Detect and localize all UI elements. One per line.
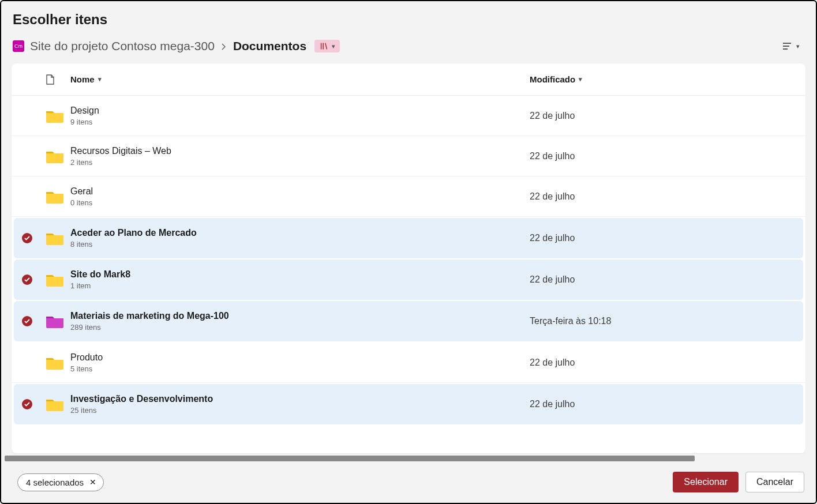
column-modified-label: Modificado <box>530 74 575 84</box>
item-name: Produto <box>70 352 530 363</box>
item-subtext: 2 itens <box>70 158 530 167</box>
selection-count-text: 4 selecionados <box>26 477 84 487</box>
list-view-icon <box>781 40 793 52</box>
folder-icon <box>45 313 70 329</box>
folder-icon <box>45 396 70 412</box>
table-row[interactable]: Materiais de marketing do Mega-100289 it… <box>14 301 803 341</box>
item-subtext: 5 itens <box>70 364 530 373</box>
item-modified: 22 de julho <box>530 151 795 161</box>
table-row[interactable]: Site do Mark81 item22 de julho <box>14 259 803 300</box>
item-modified: 22 de julho <box>530 233 795 243</box>
item-name: Geral <box>70 186 530 197</box>
breadcrumb: Cm Site do projeto Contoso mega-300 Docu… <box>13 39 340 53</box>
view-options-button[interactable]: ▾ <box>777 37 804 55</box>
item-modified: 22 de julho <box>530 274 795 285</box>
row-select-toggle[interactable] <box>22 399 45 409</box>
horizontal-scrollbar[interactable] <box>5 456 695 461</box>
item-subtext: 1 item <box>70 281 530 290</box>
item-name: Aceder ao Plano de Mercado <box>70 228 530 238</box>
row-select-toggle[interactable] <box>22 233 45 243</box>
chevron-down-icon: ▾ <box>796 43 800 50</box>
item-name: Site do Mark8 <box>70 269 530 280</box>
chevron-right-icon <box>220 39 227 53</box>
column-header-row: Nome ▾ Modificado ▾ <box>12 63 805 96</box>
dialog-actions: Selecionar Cancelar <box>673 472 804 492</box>
dialog-frame: Escolher itens Cm Site do projeto Contos… <box>0 0 817 504</box>
item-subtext: 9 itens <box>70 118 530 126</box>
row-select-toggle[interactable] <box>22 316 45 326</box>
column-name-header[interactable]: Nome ▾ <box>70 74 530 84</box>
table-row[interactable]: Geral0 itens22 de julho <box>12 176 805 217</box>
breadcrumb-row: Cm Site do projeto Contoso mega-300 Docu… <box>1 31 816 63</box>
dialog-header: Escolher itens <box>1 1 816 31</box>
row-name-cell: Aceder ao Plano de Mercado8 itens <box>70 228 530 249</box>
item-subtext: 289 itens <box>70 323 530 332</box>
select-button[interactable]: Selecionar <box>673 472 739 492</box>
item-modified: 22 de julho <box>530 191 795 202</box>
cancel-button[interactable]: Cancelar <box>745 472 804 492</box>
item-subtext: 8 itens <box>70 240 530 249</box>
table-row[interactable]: Produto5 itens22 de julho <box>12 343 805 383</box>
item-subtext: 0 itens <box>70 198 530 207</box>
breadcrumb-site[interactable]: Site do projeto Contoso mega-300 <box>30 39 215 53</box>
item-modified: 22 de julho <box>530 358 795 368</box>
checkmark-icon <box>22 316 32 326</box>
column-name-label: Nome <box>70 74 95 84</box>
checkmark-icon <box>22 233 32 243</box>
folder-icon <box>45 272 70 288</box>
folder-icon <box>45 355 70 371</box>
table-row[interactable]: Recursos Digitais – Web2 itens22 de julh… <box>12 136 805 176</box>
row-name-cell: Produto5 itens <box>70 352 530 373</box>
item-modified: Terça-feira às 10:18 <box>530 316 795 326</box>
svg-line-2 <box>325 43 327 50</box>
site-badge-icon: Cm <box>13 40 24 52</box>
close-icon[interactable]: ✕ <box>89 477 96 487</box>
checkmark-icon <box>22 274 32 285</box>
chevron-down-icon: ▾ <box>579 76 582 83</box>
dialog-title: Escolher itens <box>13 12 804 28</box>
row-name-cell: Site do Mark81 item <box>70 269 530 290</box>
item-name: Recursos Digitais – Web <box>70 146 530 156</box>
item-subtext: 25 itens <box>70 406 530 415</box>
table-row[interactable]: Aceder ao Plano de Mercado8 itens22 de j… <box>14 218 803 258</box>
folder-icon <box>45 230 70 246</box>
row-name-cell: Design9 itens <box>70 106 530 126</box>
chevron-down-icon: ▾ <box>332 43 335 50</box>
breadcrumb-current[interactable]: Documentos <box>233 39 306 53</box>
item-modified: 22 de julho <box>530 111 795 121</box>
column-type-header <box>45 74 70 85</box>
file-list[interactable]: Nome ▾ Modificado ▾ Design9 itens22 de j… <box>12 63 805 453</box>
item-name: Investigação e Desenvolvimento <box>70 394 530 404</box>
library-type-badge[interactable]: ▾ <box>314 40 340 52</box>
folder-icon <box>45 108 70 124</box>
folder-icon <box>45 189 70 205</box>
item-name: Materiais de marketing do Mega-100 <box>70 311 530 321</box>
table-row[interactable]: Investigação e Desenvolvimento25 itens22… <box>14 384 803 424</box>
books-icon <box>319 41 329 51</box>
row-name-cell: Geral0 itens <box>70 186 530 207</box>
item-name: Design <box>70 106 530 116</box>
row-name-cell: Investigação e Desenvolvimento25 itens <box>70 394 530 415</box>
row-name-cell: Materiais de marketing do Mega-100289 it… <box>70 311 530 332</box>
item-modified: 22 de julho <box>530 399 795 409</box>
row-name-cell: Recursos Digitais – Web2 itens <box>70 146 530 167</box>
selection-count-pill[interactable]: 4 selecionados ✕ <box>17 473 104 491</box>
checkmark-icon <box>22 399 32 409</box>
chevron-down-icon: ▾ <box>98 76 102 83</box>
dialog-footer: 4 selecionados ✕ Selecionar Cancelar <box>1 461 816 503</box>
column-modified-header[interactable]: Modificado ▾ <box>530 74 795 84</box>
folder-icon <box>45 148 70 164</box>
row-select-toggle[interactable] <box>22 274 45 285</box>
table-row[interactable]: Design9 itens22 de julho <box>12 96 805 136</box>
file-icon <box>45 74 55 85</box>
